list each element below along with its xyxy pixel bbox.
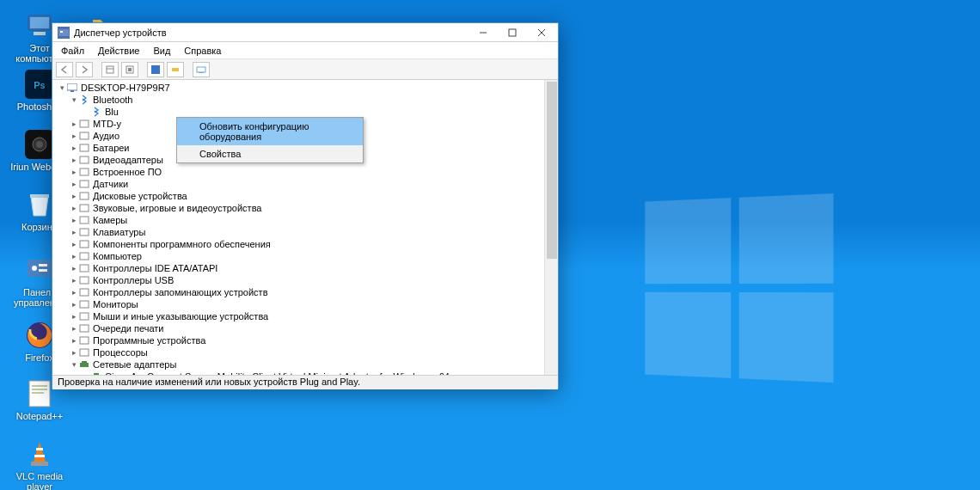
device-icon: [78, 155, 90, 165]
scrollbar-thumb[interactable]: [547, 82, 557, 259]
caret-icon: ▸: [70, 192, 78, 200]
tree-network[interactable]: ▾Сетевые адаптеры: [52, 358, 558, 371]
device-icon: [78, 359, 90, 370]
svg-text:Ps: Ps: [34, 80, 45, 90]
tree-item-12[interactable]: ▸Контроллеры IDE ATA/ATAPI: [52, 262, 558, 274]
toolbar-button-3[interactable]: [101, 62, 119, 77]
forward-button[interactable]: [76, 62, 93, 77]
tree-item-13[interactable]: ▸Контроллеры USB: [52, 274, 558, 286]
tree-item-19[interactable]: ▸Процессоры: [52, 346, 558, 358]
titlebar[interactable]: Диспетчер устройств: [52, 23, 558, 42]
device-icon: [78, 299, 90, 309]
toolbar-button-7[interactable]: [193, 62, 210, 77]
svg-rect-57: [80, 363, 89, 367]
device-icon: [78, 191, 90, 201]
status-bar: Проверка на наличие изменений или новых …: [52, 376, 558, 389]
svg-rect-32: [172, 68, 179, 71]
scrollbar[interactable]: [544, 80, 558, 375]
device-icon: [78, 239, 90, 249]
svg-rect-46: [80, 229, 89, 236]
photoshop-icon: Ps: [24, 69, 55, 100]
device-icon: [78, 167, 90, 177]
device-icon: [78, 95, 90, 105]
tree-item-11[interactable]: ▸Компьютер: [52, 250, 558, 262]
device-label: Blu: [105, 107, 119, 117]
device-label: Дисковые устройства: [93, 191, 187, 201]
device-icon: [78, 287, 90, 297]
tree-item-15[interactable]: ▸Мониторы: [52, 298, 558, 310]
device-label: MTD-у: [93, 119, 121, 129]
tree-item-17[interactable]: ▸Очереди печати: [52, 322, 558, 334]
tree-bluetooth[interactable]: ▾Bluetooth: [52, 94, 558, 106]
tree-item-16[interactable]: ▸Мыши и иные указывающие устройства: [52, 310, 558, 322]
tree-item-7[interactable]: ▸Звуковые, игровые и видеоустройства: [52, 202, 558, 214]
toolbar-button-4[interactable]: [121, 62, 138, 77]
caret-icon: ▸: [70, 180, 78, 188]
device-icon: [78, 143, 90, 153]
device-label: Контроллеры IDE ATA/ATAPI: [93, 263, 217, 273]
menu-action[interactable]: Действие: [91, 44, 146, 58]
svg-rect-33: [197, 67, 205, 72]
tree-item-8[interactable]: ▸Камеры: [52, 214, 558, 226]
device-label: Звуковые, игровые и видеоустройства: [93, 203, 262, 213]
svg-rect-51: [80, 289, 89, 296]
svg-rect-12: [39, 269, 47, 272]
device-icon: [90, 371, 102, 376]
caret-icon: ▸: [70, 156, 78, 164]
maximize-button[interactable]: [498, 24, 527, 41]
device-label: DESKTOP-H79P9R7: [81, 83, 170, 93]
svg-rect-47: [80, 241, 89, 248]
svg-rect-31: [151, 65, 160, 74]
tree-item-4[interactable]: ▸Встроенное ПО: [52, 166, 558, 178]
caret-icon: ▸: [70, 252, 78, 260]
device-label: Мониторы: [93, 299, 138, 309]
tree-item-14[interactable]: ▸Контроллеры запоминающих устройств: [52, 286, 558, 298]
tree-item-18[interactable]: ▸Программные устройства: [52, 334, 558, 346]
device-label: Клавиатуры: [93, 227, 145, 237]
toolbar-button-6[interactable]: [167, 62, 184, 77]
back-button[interactable]: [56, 62, 73, 77]
svg-rect-39: [80, 144, 89, 151]
device-label: Компоненты программного обеспечения: [93, 239, 271, 249]
tree-item-5[interactable]: ▸Датчики: [52, 178, 558, 190]
tree-item-10[interactable]: ▸Компоненты программного обеспечения: [52, 238, 558, 250]
svg-rect-18: [36, 448, 43, 450]
caret-icon: ▸: [70, 240, 78, 248]
menu-view[interactable]: Вид: [146, 44, 177, 58]
svg-rect-22: [60, 31, 63, 33]
svg-point-10: [32, 266, 37, 271]
device-icon: [66, 83, 78, 93]
svg-rect-30: [128, 68, 132, 71]
svg-point-7: [36, 141, 43, 148]
close-button[interactable]: [527, 24, 556, 41]
svg-rect-38: [80, 132, 89, 139]
menu-file[interactable]: Файл: [54, 44, 91, 58]
notepadpp-icon: [24, 378, 55, 409]
tree-root[interactable]: ▾DESKTOP-H79P9R7: [52, 82, 558, 94]
tree-bluetooth-child[interactable]: Blu: [52, 106, 558, 118]
svg-rect-2: [34, 32, 46, 35]
tree-net-1[interactable]: Cisco AnyConnect Secure Mobility Client …: [52, 371, 558, 376]
device-label: Очереди печати: [93, 323, 164, 334]
caret-icon: ▸: [70, 288, 78, 297]
tree-item-6[interactable]: ▸Дисковые устройства: [52, 190, 558, 202]
desktop-label: Notepad++: [10, 411, 69, 421]
desktop-icon-vlc[interactable]: VLC mediaplayer: [10, 438, 69, 490]
device-label: Bluetooth: [93, 95, 132, 105]
svg-rect-60: [94, 373, 99, 375]
ctx-properties[interactable]: Свойства: [177, 145, 363, 162]
svg-rect-45: [80, 217, 89, 224]
menu-help[interactable]: Справка: [177, 44, 228, 58]
menubar: Файл Действие Вид Справка: [52, 42, 558, 59]
vlc-icon: [24, 438, 55, 469]
tree-item-9[interactable]: ▸Клавиатуры: [52, 226, 558, 238]
caret-icon: ▸: [70, 276, 78, 285]
device-icon: [78, 131, 90, 141]
svg-rect-20: [31, 462, 48, 466]
ctx-refresh-hardware[interactable]: Обновить конфигурацию оборудования: [177, 118, 363, 145]
caret-icon: ▸: [70, 168, 78, 176]
device-label: Батареи: [93, 143, 130, 153]
toolbar-button-5[interactable]: [147, 62, 164, 77]
device-icon: [90, 107, 102, 117]
minimize-button[interactable]: [469, 24, 498, 41]
